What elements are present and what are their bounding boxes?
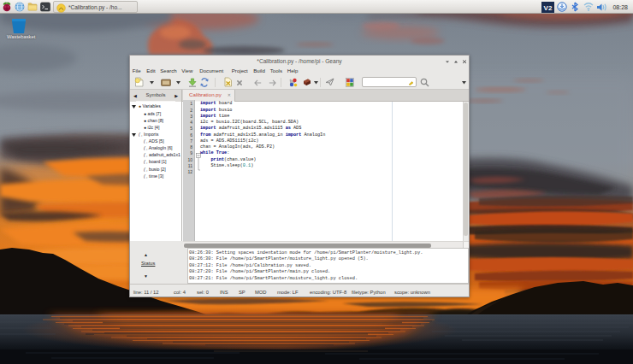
svg-text:V2: V2 bbox=[544, 3, 553, 11]
